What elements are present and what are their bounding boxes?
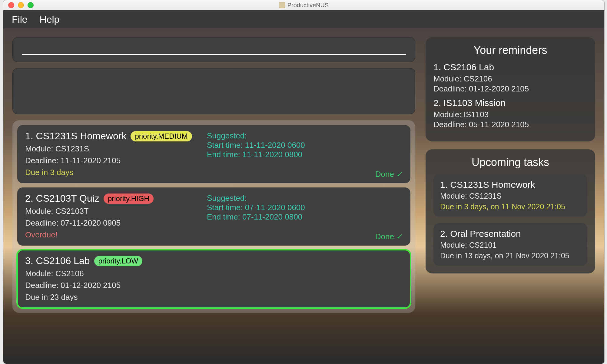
task-module: Module: CS1231S (25, 144, 207, 154)
window-title: ProductiveNUS (3, 2, 604, 9)
done-label: Done (375, 170, 394, 179)
menubar: File Help (3, 10, 604, 28)
task-list: 1. CS1231S Homework priority.MEDIUM Modu… (12, 120, 415, 313)
feedback-box (12, 68, 415, 114)
upcoming-item-module: Module: CS1231S (440, 192, 581, 200)
reminder-item-1: 1. CS2106 Lab Module: CS2106 Deadline: 0… (433, 62, 587, 94)
upcoming-item-title: 1. CS1231S Homework (440, 180, 581, 190)
command-input[interactable] (12, 37, 415, 62)
reminder-title: 1. CS2106 Lab (433, 62, 587, 72)
suggested-end: End time: 07-11-2020 0800 (207, 212, 403, 222)
task-module: Module: CS2103T (25, 207, 207, 216)
done-label: Done (375, 232, 394, 241)
done-indicator: Done ✓ (375, 232, 403, 241)
suggested-label: Suggested: (207, 131, 403, 141)
menu-file[interactable]: File (12, 14, 28, 25)
task-deadline: Deadline: 11-11-2020 2105 (25, 156, 207, 165)
suggested-end: End time: 11-11-2020 0800 (207, 150, 403, 159)
task-deadline: Deadline: 07-11-2020 0905 (25, 218, 207, 228)
upcoming-item-module: Module: CS2101 (440, 241, 581, 250)
app-icon (279, 2, 285, 8)
input-underline (22, 54, 406, 55)
upcoming-panel: Upcoming tasks 1. CS1231S Homework Modul… (426, 149, 595, 273)
task-card-3-selected[interactable]: 3. CS2106 Lab priority.LOW Module: CS210… (17, 250, 410, 308)
titlebar: ProductiveNUS (3, 0, 604, 10)
task-module: Module: CS2106 (25, 269, 207, 278)
task-title: 1. CS1231S Homework (25, 131, 126, 142)
reminder-module: Module: IS1103 (433, 110, 587, 119)
right-column: Your reminders 1. CS2106 Lab Module: CS2… (426, 37, 595, 281)
window-title-text: ProductiveNUS (287, 2, 329, 9)
upcoming-card-1[interactable]: 1. CS1231S Homework Module: CS1231S Due … (433, 174, 587, 217)
done-indicator: Done ✓ (375, 170, 403, 179)
menu-help[interactable]: Help (40, 14, 60, 25)
priority-badge-medium: priority.MEDIUM (131, 131, 192, 141)
upcoming-title: Upcoming tasks (433, 156, 587, 169)
task-card-2[interactable]: 2. CS2103T Quiz priority.HIGH Module: CS… (17, 187, 410, 246)
reminders-title: Your reminders (433, 44, 587, 57)
reminder-deadline: Deadline: 05-11-2020 2105 (433, 120, 587, 129)
task-card-1[interactable]: 1. CS1231S Homework priority.MEDIUM Modu… (17, 125, 410, 183)
reminders-panel: Your reminders 1. CS2106 Lab Module: CS2… (426, 37, 595, 141)
left-column: 1. CS1231S Homework priority.MEDIUM Modu… (12, 37, 415, 313)
check-icon: ✓ (396, 170, 403, 179)
app-window: ProductiveNUS File Help 1. CS1231S Homew… (3, 0, 605, 364)
task-title: 3. CS2106 Lab (25, 255, 90, 266)
task-due: Due in 3 days (25, 168, 207, 177)
check-icon: ✓ (396, 232, 403, 241)
upcoming-item-due: Due in 3 days, on 11 Nov 2020 21:05 (440, 202, 581, 211)
reminder-item-2: 2. IS1103 Mission Module: IS1103 Deadlin… (433, 98, 587, 129)
upcoming-card-2[interactable]: 2. Oral Presentation Module: CS2101 Due … (433, 223, 587, 266)
priority-badge-high: priority.HIGH (104, 194, 154, 204)
task-due: Overdue! (25, 230, 207, 240)
task-title: 2. CS2103T Quiz (25, 193, 99, 204)
suggested-start: Start time: 07-11-2020 0600 (207, 203, 403, 212)
reminder-title: 2. IS1103 Mission (433, 98, 587, 108)
reminder-module: Module: CS2106 (433, 74, 587, 84)
reminder-deadline: Deadline: 01-12-2020 2105 (433, 84, 587, 94)
suggested-start: Start time: 11-11-2020 0600 (207, 141, 403, 150)
content-area: 1. CS1231S Homework priority.MEDIUM Modu… (3, 28, 604, 364)
upcoming-item-title: 2. Oral Presentation (440, 229, 581, 239)
upcoming-item-due: Due in 13 days, on 21 Nov 2020 21:05 (440, 251, 581, 260)
task-due: Due in 23 days (25, 293, 207, 302)
task-deadline: Deadline: 01-12-2020 2105 (25, 281, 207, 290)
priority-badge-low: priority.LOW (94, 256, 143, 266)
suggested-label: Suggested: (207, 194, 403, 203)
